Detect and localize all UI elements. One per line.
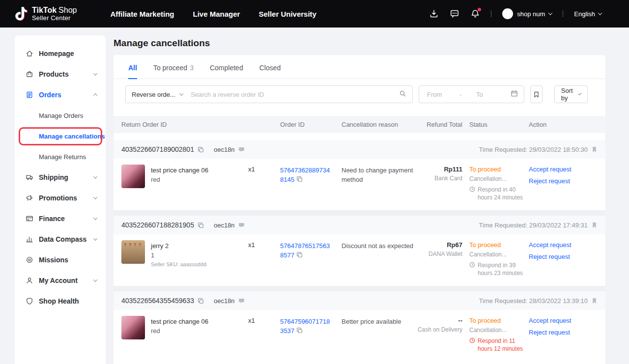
reject-request-link[interactable]: Reject request [529, 177, 598, 185]
tab-all[interactable]: All [128, 64, 137, 79]
accept-request-link[interactable]: Accept request [529, 166, 598, 173]
quantity: x1 [248, 165, 273, 201]
reject-request-link[interactable]: Reject request [529, 253, 598, 261]
clock-icon [469, 262, 475, 268]
product-thumbnail: ? ? ? ? [121, 240, 145, 264]
tab-completed[interactable]: Completed [210, 64, 243, 79]
chat-icon[interactable] [238, 146, 245, 153]
order-item-row: test price change 06 red x1 576475960717… [114, 310, 605, 362]
copy-icon[interactable] [296, 327, 303, 334]
date-from: From [427, 91, 459, 98]
product-name: jerry 2 [151, 241, 206, 251]
bookmark-icon[interactable] [591, 146, 598, 153]
sort-by-button[interactable]: Sort by [554, 85, 588, 103]
chevron-down-icon [93, 278, 97, 281]
bar-chart-icon [26, 235, 33, 243]
top-bar: TikTokShop Seller Center Affiliate Marke… [0, 0, 629, 28]
bookmark-icon[interactable] [591, 222, 598, 228]
chevron-down-icon [598, 11, 602, 15]
return-order-id: 4035226564355459633 [121, 297, 194, 305]
cancellation-reason: Discount not as expected [337, 240, 413, 277]
accept-request-link[interactable]: Accept request [529, 241, 598, 249]
sidebar-item-manage-returns[interactable]: Manage Returns [15, 146, 106, 167]
chat-icon[interactable] [238, 222, 245, 228]
order-group: 4035226607188281905 oec18n Time Requeste… [114, 210, 605, 286]
order-group: 4035226564355459633 oec18n Time Requeste… [114, 286, 605, 362]
saved-filter-button[interactable] [530, 85, 543, 103]
top-right-cluster: shop num English [429, 8, 629, 19]
copy-icon[interactable] [198, 222, 204, 228]
chat-icon[interactable] [238, 298, 245, 304]
cancellation-reason: Better price available [337, 316, 413, 353]
tab-to-proceed[interactable]: To proceed3 [153, 64, 194, 79]
sidebar-label: Shipping [39, 173, 68, 181]
payment-method: Bank Card [413, 175, 462, 182]
status-badge: To proceed [469, 166, 526, 173]
copy-icon[interactable] [296, 176, 303, 182]
sidebar: Homepage Products Orders Manage Orders M… [15, 35, 106, 364]
status-badge: To proceed [469, 241, 526, 249]
main-content: Manage cancellations All To proceed3 Com… [114, 28, 605, 364]
sidebar-item-missions[interactable]: Missions [15, 250, 106, 270]
messages-icon[interactable] [450, 9, 459, 19]
copy-icon[interactable] [296, 252, 303, 258]
tab-count: 3 [190, 64, 194, 72]
order-group-header: 4035226607188281905 oec18n Time Requeste… [114, 216, 605, 234]
sidebar-item-orders[interactable]: Orders [15, 84, 106, 105]
search-group: Reverse orde... [125, 85, 413, 103]
bookmark-icon[interactable] [591, 298, 598, 304]
order-id-link[interactable]: 576475960717183537 [280, 318, 330, 335]
shop-avatar [502, 8, 513, 19]
tab-closed[interactable]: Closed [259, 64, 281, 79]
search-icon[interactable] [399, 90, 406, 99]
shield-icon [26, 297, 33, 305]
sidebar-label: Data Compass [39, 235, 86, 243]
sidebar-label: Finance [39, 215, 65, 223]
notifications-bell-icon[interactable] [470, 9, 480, 19]
order-id-link[interactable]: 576478765175638577 [280, 242, 330, 259]
id-type-dropdown[interactable]: Reverse orde... [132, 91, 183, 98]
sidebar-item-homepage[interactable]: Homepage [15, 43, 106, 64]
shop-account-menu[interactable]: shop num [502, 8, 552, 19]
column-status: Status [462, 121, 526, 128]
sidebar-item-my-account[interactable]: My Account [15, 270, 106, 291]
sidebar-item-manage-cancellations[interactable]: Manage cancellations [15, 126, 106, 146]
language-selector[interactable]: English [574, 10, 601, 18]
sidebar-item-shipping[interactable]: Shipping [15, 167, 106, 188]
tiktok-shop-logo[interactable]: TikTokShop Seller Center [15, 6, 77, 22]
order-id-link[interactable]: 576473628897348145 [280, 167, 330, 183]
chevron-down-icon [93, 236, 97, 240]
sidebar-item-promotions[interactable]: Promotions [15, 188, 106, 208]
download-icon[interactable] [429, 9, 439, 19]
chevron-down-icon [179, 91, 183, 95]
sidebar-item-shop-health[interactable]: Shop Health [15, 291, 106, 311]
status-badge: To proceed [469, 317, 526, 324]
accept-request-link[interactable]: Accept request [529, 317, 598, 325]
copy-icon[interactable] [198, 146, 204, 153]
respond-timer: Respond in 39 hours 23 minutes [469, 261, 526, 277]
product-variant: red [151, 175, 208, 184]
language-label: English [574, 10, 595, 18]
chevron-up-icon [93, 93, 97, 97]
sort-label: Sort by [561, 87, 574, 102]
table-header: Return Order ID Order ID Cancellation re… [114, 116, 605, 133]
copy-icon[interactable] [198, 298, 204, 304]
order-group-header: 4035226564355459633 oec18n Time Requeste… [114, 291, 605, 310]
sidebar-item-data-compass[interactable]: Data Compass [15, 229, 106, 250]
product-name: test price change 06 [151, 317, 208, 326]
nav-live-manager[interactable]: Live Manager [193, 10, 240, 18]
chevron-down-icon [93, 174, 97, 178]
bookmark-icon [533, 91, 540, 98]
nav-affiliate-marketing[interactable]: Affiliate Marketing [110, 10, 174, 18]
order-group: 4035226607189002801 oec18n Time Requeste… [114, 140, 605, 210]
reject-request-link[interactable]: Reject request [529, 329, 598, 336]
sidebar-item-products[interactable]: Products [15, 64, 106, 84]
search-input[interactable] [191, 91, 399, 98]
sidebar-item-manage-orders[interactable]: Manage Orders [15, 105, 106, 126]
sidebar-item-finance[interactable]: Finance [15, 208, 106, 229]
quantity: x1 [248, 240, 273, 277]
nav-seller-university[interactable]: Seller University [258, 10, 316, 18]
date-range-picker[interactable]: From - To [419, 85, 524, 103]
respond-timer: Respond in 11 hours 12 minutes [469, 337, 526, 353]
column-refund-total: Refund Total [413, 121, 462, 128]
